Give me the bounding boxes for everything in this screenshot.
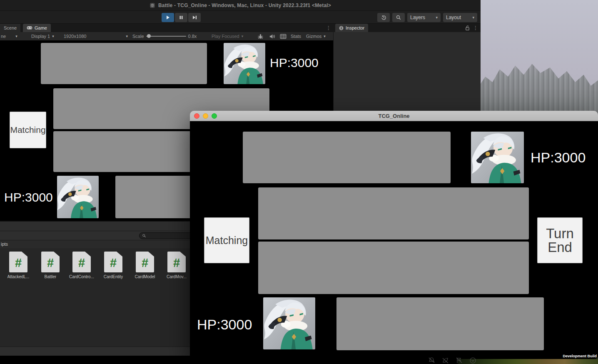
vsync-toggle[interactable] (280, 32, 287, 40)
play-controls (162, 13, 201, 22)
game-pane-menu-icon[interactable]: ⋮ (326, 25, 331, 30)
speaker-icon (269, 33, 275, 40)
csharp-hash-glyph: # (173, 257, 180, 269)
script-item[interactable]: # Battler (37, 252, 64, 279)
script-label: CardContro... (69, 274, 94, 279)
script-item[interactable]: # CardContro... (68, 252, 95, 279)
script-item[interactable]: # AttackedL... (5, 252, 32, 279)
player-hp-label: HP:3000 (4, 190, 53, 204)
tab-game[interactable]: Game (23, 24, 51, 32)
info-icon (339, 26, 344, 30)
inspector-menu-icon[interactable]: ⋮ (473, 25, 478, 30)
zoom-button[interactable] (212, 113, 217, 119)
game-tab-label: Game (35, 25, 47, 30)
scale-control: Scale 0.8x (132, 32, 197, 40)
card-zone (258, 242, 529, 294)
step-button[interactable] (188, 13, 201, 22)
unity-scene-icon (150, 2, 155, 8)
search-icon (142, 234, 146, 238)
chevron-down-icon: ▾ (324, 34, 326, 38)
game-view-toolbar: ne ▾ Display 1 ▾ 1920x1080 ▾ Scale 0.8x … (0, 32, 333, 40)
lock-open-icon[interactable] (465, 25, 470, 31)
scale-slider[interactable] (146, 36, 186, 37)
csharp-script-icon: # (41, 252, 60, 272)
layers-dropdown[interactable]: Layers ▾ (407, 13, 441, 22)
csharp-hash-glyph: # (142, 257, 148, 269)
editor-window-title: Battle - TCG_Online - Windows, Mac, Linu… (158, 2, 331, 8)
resolution-dropdown[interactable]: 1920x1080 ▾ (64, 32, 128, 40)
game-view-mode-dropdown[interactable]: ne ▾ (1, 32, 17, 40)
turn-end-button[interactable]: Turn End (537, 217, 583, 263)
game-window-title: TCG_Online (378, 113, 409, 119)
gizmos-label: Gizmos (306, 34, 321, 39)
chevron-circle-icon[interactable] (469, 357, 476, 364)
play-focused-dropdown[interactable]: Play Focused ▾ (212, 32, 243, 40)
script-label: Battler (45, 274, 57, 279)
card-zone (41, 43, 207, 84)
script-item[interactable]: # CardModel (132, 252, 158, 279)
chevron-down-icon: ▾ (436, 15, 438, 20)
mode-label: ne (1, 34, 6, 39)
history-icon (381, 15, 387, 21)
tab-scene[interactable]: Scene (0, 24, 20, 32)
script-label: CardModel (135, 274, 155, 279)
csharp-hash-glyph: # (78, 257, 85, 269)
gamepad-icon (27, 26, 32, 30)
display-label: Display 1 (31, 34, 50, 39)
toolbar-right-cluster: Layers ▾ Layout ▾ (377, 13, 477, 22)
muted-bell-icon[interactable] (428, 357, 435, 364)
csharp-hash-glyph: # (47, 257, 54, 269)
editor-titlebar[interactable]: Battle - TCG_Online - Windows, Mac, Linu… (0, 0, 481, 11)
script-label: CardMov... (167, 274, 187, 279)
game-window-titlebar[interactable]: TCG_Online (190, 111, 598, 121)
script-item[interactable]: # CardMov... (163, 252, 190, 279)
stats-button[interactable]: Stats (291, 32, 301, 40)
tab-inspector[interactable]: Inspector (335, 24, 368, 32)
search-button[interactable] (392, 13, 405, 22)
csharp-script-icon: # (9, 252, 27, 272)
opponent-hp-label: HP:3000 (531, 150, 586, 166)
pause-button[interactable] (175, 13, 187, 22)
step-icon (192, 15, 197, 20)
csharp-script-icon: # (72, 252, 91, 272)
character-portrait (263, 297, 315, 349)
play-button[interactable] (162, 13, 174, 22)
script-item[interactable]: # CardEntity (100, 252, 127, 279)
gizmos-dropdown[interactable]: Gizmos ▾ (306, 32, 326, 40)
player-hp-label: HP:3000 (197, 317, 252, 333)
csharp-script-icon: # (104, 252, 122, 272)
character-portrait (224, 43, 265, 84)
layout-label: Layout (446, 15, 461, 20)
disabled-leaf-icon[interactable] (442, 357, 449, 364)
csharp-script-icon: # (167, 252, 186, 272)
matching-button[interactable]: Matching (204, 217, 249, 263)
audio-mute-toggle[interactable] (269, 32, 275, 40)
minimize-button[interactable] (203, 113, 208, 119)
development-build-label: Development Build (563, 354, 597, 358)
opponent-hp-label: HP:3000 (270, 56, 319, 70)
csharp-hash-glyph: # (15, 257, 22, 269)
close-button[interactable] (194, 113, 199, 119)
left-pane-tabbar: Scene Game ⋮ Inspector ⋮ (0, 24, 481, 32)
card-zone (336, 297, 544, 350)
card-zone (258, 187, 529, 239)
disabled-flag-icon[interactable] (456, 357, 463, 364)
breadcrumb[interactable]: ipts (1, 242, 8, 247)
matching-button[interactable]: Matching (10, 112, 46, 148)
desktop-status-icons (428, 357, 491, 364)
debug-toggle[interactable] (257, 32, 264, 40)
chevron-down-icon: ▾ (126, 34, 128, 38)
resolution-label: 1920x1080 (64, 34, 86, 39)
csharp-script-icon: # (136, 252, 154, 272)
undo-history-button[interactable] (377, 13, 390, 22)
character-portrait (471, 132, 524, 183)
stats-label: Stats (291, 34, 301, 39)
layers-label: Layers (410, 15, 425, 20)
traffic-lights (194, 113, 217, 119)
display-dropdown[interactable]: Display 1 ▾ (31, 32, 54, 40)
scale-slider-knob[interactable] (147, 34, 151, 38)
pause-icon (179, 15, 184, 20)
character-portrait (57, 176, 99, 218)
layout-dropdown[interactable]: Layout ▾ (443, 13, 477, 22)
chevron-down-icon: ▾ (52, 34, 54, 38)
